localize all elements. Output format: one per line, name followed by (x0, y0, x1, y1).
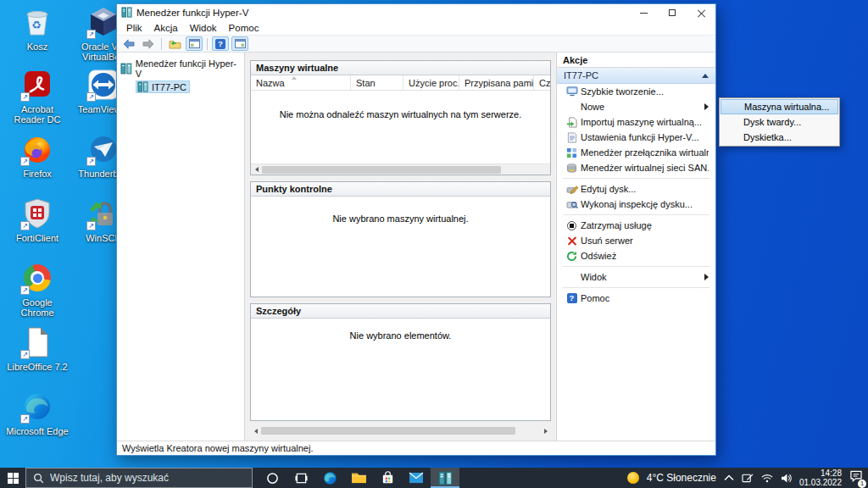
collapse-icon[interactable] (702, 74, 709, 78)
quick-create-icon (563, 86, 581, 97)
action-refresh[interactable]: Odśwież (557, 248, 715, 263)
submenu-item-dyskietka[interactable]: Dyskietka... (721, 130, 838, 145)
menu-pomoc[interactable]: Pomoc (223, 22, 265, 34)
action-inspect-disk[interactable]: Wykonaj inspekcję dysku... (557, 197, 715, 212)
taskbar-search[interactable] (25, 468, 253, 488)
action-virtual-switch-manager[interactable]: Menedżer przełącznika wirtualnego... (557, 145, 715, 160)
actions-divider (563, 214, 709, 215)
clock[interactable]: 14:28 01.03.2022 (799, 469, 842, 487)
submenu-item-dysk-twardy[interactable]: Dysk twardy... (721, 114, 838, 130)
taskbar-mail-button[interactable] (402, 468, 431, 488)
wifi-icon[interactable] (761, 474, 773, 483)
hidden-icons-chevron-icon[interactable] (724, 474, 734, 481)
action-import-vm[interactable]: Importuj maszynę wirtualną... (557, 114, 715, 130)
file-explorer-icon (351, 471, 367, 485)
action-pomoc[interactable]: ? Pomoc (557, 291, 715, 306)
actions-divider (563, 178, 709, 179)
actions-divider (563, 266, 709, 267)
inspect-disk-icon (563, 200, 581, 209)
taskbar-edge-button[interactable] (315, 468, 344, 488)
titlebar[interactable]: Menedżer funkcji Hyper-V (117, 4, 715, 21)
action-remove-server[interactable]: Usuń serwer (557, 233, 715, 248)
close-button[interactable] (687, 4, 715, 21)
column-czas[interactable]: Cza... (534, 75, 550, 90)
action-nowe[interactable]: Nowe (557, 99, 715, 114)
recycle-bin-icon: ♻ (20, 5, 54, 39)
column-pamiec[interactable]: Przypisana pamięć (459, 75, 534, 90)
show-action-pane-button[interactable] (231, 36, 248, 51)
san-manager-icon (563, 164, 581, 173)
status-bar: Wyświetla Kreatora nowej maszyny wirtual… (117, 441, 715, 455)
tree-node-host[interactable]: IT77-PC (117, 80, 244, 94)
help-icon: ? (215, 39, 225, 49)
windows-ink-icon[interactable] (742, 473, 754, 483)
desktop-icon-edge[interactable]: ↗ Microsoft Edge (5, 390, 70, 436)
desktop-icon-kosz[interactable]: ♻ Kosz (5, 5, 70, 52)
menu-plik[interactable]: Plik (120, 22, 148, 34)
taskbar-store-button[interactable] (373, 468, 402, 488)
maximize-button[interactable] (658, 4, 687, 21)
console-window-icon (235, 39, 246, 48)
search-icon (33, 473, 44, 484)
shortcut-arrow-icon: ↗ (20, 414, 30, 424)
toolbar-separator (207, 38, 208, 50)
desktop-icon-firefox[interactable]: ↗ Firefox (5, 132, 70, 179)
action-quick-create[interactable]: Szybkie tworzenie... (557, 84, 715, 99)
scroll-left-icon[interactable] (250, 425, 261, 436)
details-panel: Szczegóły Nie wybrano elementów. (250, 303, 551, 421)
column-uzycie[interactable]: Użycie proc... (403, 75, 459, 90)
chrome-icon: ↗ (20, 261, 54, 295)
desktop-icon-acrobat[interactable]: ↗ Acrobat Reader DC (5, 68, 70, 125)
column-stan[interactable]: Stan (351, 75, 403, 90)
forward-arrow-icon (142, 39, 154, 49)
scroll-right-icon[interactable] (540, 425, 551, 436)
scroll-left-icon[interactable] (251, 164, 262, 175)
forward-button[interactable] (140, 36, 157, 51)
action-san-manager[interactable]: Menedżer wirtualnej sieci SAN... (557, 160, 715, 175)
console-tree: Menedżer funkcji Hyper-V IT77-PC (117, 53, 245, 441)
submenu-item-maszyna-wirtualna[interactable]: Maszyna wirtualna... (721, 99, 838, 114)
task-view-button[interactable] (287, 468, 315, 488)
action-hyperv-settings[interactable]: Ustawienia funkcji Hyper-V... (557, 130, 715, 145)
scrollbar-thumb[interactable] (262, 166, 501, 174)
shortcut-arrow-icon: ↗ (20, 350, 30, 359)
forticlient-icon: ↗ (20, 197, 54, 230)
menu-widok[interactable]: Widok (184, 22, 223, 34)
action-center-button[interactable]: 1 (849, 470, 863, 485)
cortana-button[interactable] (258, 468, 287, 488)
taskbar-explorer-button[interactable] (344, 468, 373, 488)
shortcut-arrow-icon: ↗ (20, 221, 30, 230)
taskbar-hyperv-button[interactable] (431, 468, 459, 488)
vm-list-header: Nazwa Stan Użycie proc... Przypisana pam… (251, 75, 550, 91)
actions-host-header[interactable]: IT77-PC (557, 68, 715, 84)
weather-sun-icon[interactable] (627, 472, 639, 484)
window-title: Menedżer funkcji Hyper-V (136, 8, 629, 18)
desktop-icon-chrome[interactable]: ↗ Google Chrome (5, 261, 70, 318)
action-widok[interactable]: Widok (557, 269, 715, 285)
hyperv-app-icon (121, 7, 132, 19)
desktop-icon-forticlient[interactable]: ↗ FortiClient (5, 197, 70, 243)
center-horizontal-scrollbar[interactable] (250, 425, 551, 436)
hyperv-tree-icon (120, 63, 132, 75)
vm-horizontal-scrollbar[interactable] (251, 164, 550, 175)
volume-icon[interactable] (781, 474, 792, 483)
weather-text[interactable]: 4°C Słonecznie (647, 472, 716, 484)
desktop-icon-libreoffice[interactable]: ↗ LibreOffice 7.2 (5, 325, 70, 372)
action-edit-disk[interactable]: Edytuj dysk... (557, 181, 715, 197)
shortcut-arrow-icon: ↗ (86, 157, 96, 166)
search-input[interactable] (50, 472, 228, 484)
hyperv-manager-window: Menedżer funkcji Hyper-V Plik Akcja Wido… (116, 3, 716, 456)
back-button[interactable] (120, 36, 137, 51)
start-button[interactable] (0, 468, 25, 488)
help-toolbar-button[interactable]: ? (212, 36, 229, 51)
desktop-icon-label: LibreOffice 7.2 (5, 362, 70, 372)
tree-root-hyperv[interactable]: Menedżer funkcji Hyper-V (117, 58, 244, 80)
action-stop-service[interactable]: Zatrzymaj usługę (557, 218, 715, 233)
export-list-button[interactable] (166, 36, 183, 51)
minimize-button[interactable] (629, 4, 658, 21)
column-nazwa[interactable]: Nazwa (251, 75, 351, 90)
scrollbar-thumb[interactable] (261, 427, 515, 435)
show-console-tree-button[interactable] (186, 36, 203, 51)
submenu-arrow-icon (704, 274, 709, 280)
menu-akcja[interactable]: Akcja (148, 22, 184, 34)
